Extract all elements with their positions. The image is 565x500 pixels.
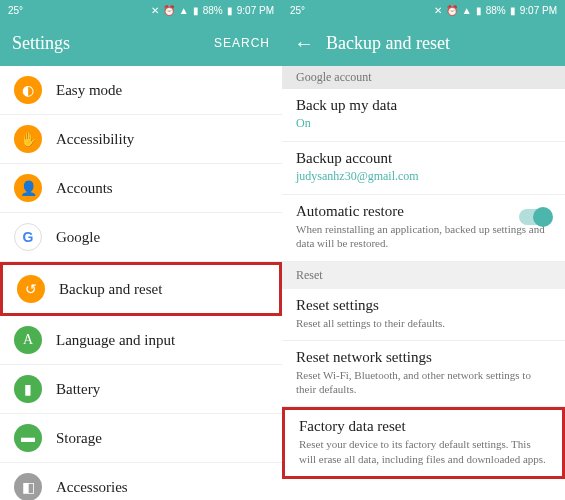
page-title: Backup and reset: [326, 33, 450, 54]
accessibility-icon: ✋: [14, 125, 42, 153]
mute-icon: ✕: [434, 5, 442, 16]
settings-item-easy-mode[interactable]: ◐ Easy mode: [0, 66, 282, 115]
google-account-subheader: Google account: [282, 66, 565, 89]
page-title: Settings: [12, 33, 70, 54]
wifi-icon: ▲: [462, 5, 472, 16]
temp-indicator: 25°: [290, 5, 305, 16]
status-bar: 25° ✕ ⏰ ▲ ▮ 88% ▮ 9:07 PM: [282, 0, 565, 20]
alarm-icon: ⏰: [163, 5, 175, 16]
item-value: judysanhz30@gmail.com: [296, 169, 551, 184]
settings-item-backup-reset[interactable]: ↺ Backup and reset: [0, 262, 282, 316]
alarm-icon: ⏰: [446, 5, 458, 16]
backup-my-data-item[interactable]: Back up my data On: [282, 89, 565, 142]
settings-item-google[interactable]: G Google: [0, 213, 282, 262]
settings-item-language[interactable]: A Language and input: [0, 316, 282, 365]
item-label: Language and input: [56, 332, 175, 349]
settings-list: ◐ Easy mode ✋ Accessibility 👤 Accounts G…: [0, 66, 282, 500]
item-label: Reset network settings: [296, 349, 551, 366]
battery-icon: ▮: [227, 5, 233, 16]
back-button[interactable]: ←: [294, 32, 314, 55]
signal-icon: ▮: [476, 5, 482, 16]
backup-icon: ↺: [17, 275, 45, 303]
settings-item-battery[interactable]: ▮ Battery: [0, 365, 282, 414]
item-label: Backup and reset: [59, 281, 162, 298]
clock: 9:07 PM: [237, 5, 274, 16]
reset-network-item[interactable]: Reset network settings Reset Wi-Fi, Blue…: [282, 341, 565, 408]
item-label: Automatic restore: [296, 203, 551, 220]
item-label: Reset settings: [296, 297, 551, 314]
wifi-icon: ▲: [179, 5, 189, 16]
battery-pct: 88%: [203, 5, 223, 16]
backup-list: Back up my data On Backup account judysa…: [282, 89, 565, 500]
settings-item-accounts[interactable]: 👤 Accounts: [0, 164, 282, 213]
accounts-icon: 👤: [14, 174, 42, 202]
google-icon: G: [14, 223, 42, 251]
search-button[interactable]: SEARCH: [214, 36, 270, 50]
settings-item-storage[interactable]: ▬ Storage: [0, 414, 282, 463]
temp-indicator: 25°: [8, 5, 23, 16]
backup-reset-panel: 25° ✕ ⏰ ▲ ▮ 88% ▮ 9:07 PM ← Backup and r…: [282, 0, 565, 500]
item-label: Google: [56, 229, 100, 246]
item-label: Accounts: [56, 180, 113, 197]
signal-icon: ▮: [193, 5, 199, 16]
backup-account-item[interactable]: Backup account judysanhz30@gmail.com: [282, 142, 565, 195]
item-sub: Reset Wi-Fi, Bluetooth, and other networ…: [296, 368, 551, 397]
automatic-restore-toggle[interactable]: [519, 209, 551, 225]
factory-data-reset-item[interactable]: Factory data reset Reset your device to …: [282, 407, 565, 479]
item-sub: When reinstalling an application, backed…: [296, 222, 551, 251]
settings-item-accessibility[interactable]: ✋ Accessibility: [0, 115, 282, 164]
mute-icon: ✕: [151, 5, 159, 16]
battery-icon: ▮: [510, 5, 516, 16]
accessories-icon: ◧: [14, 473, 42, 500]
clock: 9:07 PM: [520, 5, 557, 16]
backup-header: ← Backup and reset: [282, 20, 565, 66]
language-icon: A: [14, 326, 42, 354]
settings-item-accessories[interactable]: ◧ Accessories: [0, 463, 282, 500]
item-label: Backup account: [296, 150, 551, 167]
item-label: Accessibility: [56, 131, 134, 148]
item-label: Accessories: [56, 479, 128, 496]
battery-icon: ▮: [14, 375, 42, 403]
item-sub: Reset all settings to their defaults.: [296, 316, 551, 330]
status-bar: 25° ✕ ⏰ ▲ ▮ 88% ▮ 9:07 PM: [0, 0, 282, 20]
item-label: Battery: [56, 381, 100, 398]
reset-section-header: Reset: [282, 262, 565, 289]
automatic-restore-item[interactable]: Automatic restore When reinstalling an a…: [282, 195, 565, 262]
battery-pct: 88%: [486, 5, 506, 16]
reset-settings-item[interactable]: Reset settings Reset all settings to the…: [282, 289, 565, 341]
item-sub: Reset your device to its factory default…: [299, 437, 548, 466]
item-label: Back up my data: [296, 97, 551, 114]
storage-icon: ▬: [14, 424, 42, 452]
settings-header: Settings SEARCH: [0, 20, 282, 66]
item-label: Factory data reset: [299, 418, 548, 435]
settings-panel: 25° ✕ ⏰ ▲ ▮ 88% ▮ 9:07 PM Settings SEARC…: [0, 0, 282, 500]
item-label: Easy mode: [56, 82, 122, 99]
easy-mode-icon: ◐: [14, 76, 42, 104]
item-value: On: [296, 116, 551, 131]
item-label: Storage: [56, 430, 102, 447]
